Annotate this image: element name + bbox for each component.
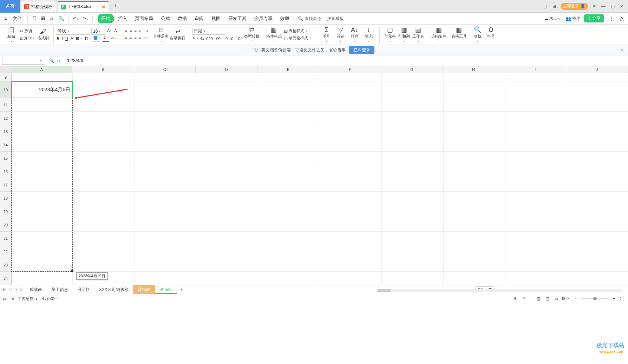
view-page-icon[interactable]: ▤ — [544, 296, 550, 301]
col-header-a[interactable]: A — [11, 66, 72, 73]
row-header[interactable]: 17 — [0, 178, 11, 192]
sheet-tab[interactable]: 田字格 — [73, 285, 94, 294]
grid-icon[interactable]: ⊞ — [551, 4, 557, 9]
search-cmd[interactable]: 🔍 — [298, 16, 326, 21]
font-size-select[interactable]: 16 — [91, 28, 105, 35]
number-format-select[interactable]: 日期 — [192, 28, 225, 35]
cut-button[interactable]: ✂剪切 — [19, 28, 35, 34]
cloud-login-button[interactable]: 立即登录 — [349, 46, 374, 54]
home-tab[interactable]: 首页 — [0, 0, 20, 13]
menu-icon[interactable]: ≡ — [591, 4, 597, 9]
row-header[interactable]: 20 — [0, 218, 11, 232]
template-tab[interactable]: D 找稻壳模板 — [21, 1, 56, 12]
bold-button[interactable]: B — [56, 35, 60, 42]
hscroll[interactable] — [377, 289, 623, 292]
rowcol-button[interactable]: ▥行和列 — [398, 27, 411, 43]
border-button[interactable]: ⊞ — [75, 35, 83, 42]
eye-icon[interactable]: 👁 — [512, 296, 518, 301]
sheet-tab-active[interactable]: Sheet5 — [155, 286, 177, 294]
mid-icon[interactable]: · — [530, 296, 533, 301]
select-all-corner[interactable] — [0, 66, 11, 73]
sheet-nav-last-icon[interactable]: >I — [18, 287, 25, 292]
view-reading-icon[interactable]: ▭ — [553, 296, 559, 301]
font-name-select[interactable]: 等线 — [56, 28, 90, 35]
tab-layout[interactable]: 页面布局 — [131, 14, 157, 23]
row-header[interactable]: 16 — [0, 165, 11, 178]
justify-icon[interactable]: ≡ — [138, 35, 142, 41]
banner-close-icon[interactable]: ✕ — [620, 47, 624, 53]
type-convert-button[interactable]: ⇄类型转换 — [244, 27, 260, 43]
hscroll-thumb[interactable] — [377, 289, 391, 292]
cloud-status[interactable]: ☁未上云 — [543, 15, 562, 22]
col-header-e[interactable]: E — [257, 66, 319, 73]
document-tab[interactable]: S 工作簿3.xlsx ⚬ — [58, 1, 109, 12]
indent-dec-icon[interactable]: ⇤ — [138, 28, 143, 34]
tab-review[interactable]: 审阅 — [191, 14, 207, 23]
sheet-tab[interactable]: XXX公司销售额 — [94, 285, 133, 294]
format-painter-button[interactable]: 🖌格式刷 — [37, 28, 49, 41]
fill-button[interactable]: ↓填充 — [362, 27, 375, 43]
share-button[interactable]: ⇧ 分享 — [584, 14, 604, 22]
file-menu[interactable]: 文件 — [10, 15, 25, 22]
fullscreen-icon[interactable]: ⛶ — [619, 296, 625, 301]
currency-icon[interactable]: ¥ — [192, 35, 198, 42]
row-header[interactable]: 11 — [0, 98, 11, 112]
filter-button[interactable]: ▽筛选 — [334, 27, 347, 43]
col-header-j[interactable]: J — [566, 66, 628, 73]
row-header[interactable]: 24 — [0, 272, 11, 285]
tab-pin-icon[interactable]: ⚬ — [96, 5, 99, 9]
collapse-ribbon-icon[interactable]: ⋀ — [619, 16, 625, 21]
view-normal-icon[interactable]: ▦ — [536, 296, 542, 301]
tab-efficiency[interactable]: 效率 — [277, 14, 293, 23]
row-header[interactable]: 9 — [0, 73, 11, 81]
row-header[interactable]: 15 — [0, 152, 11, 165]
inc-font-icon[interactable]: A⁺ — [106, 28, 112, 34]
sort-button[interactable]: A↓排序 — [348, 27, 361, 43]
search-cmd-input[interactable] — [305, 16, 326, 21]
row-header[interactable]: 10 — [0, 81, 11, 98]
col-header-b[interactable]: B — [72, 66, 134, 73]
align-top-icon[interactable]: ≡ — [124, 28, 128, 34]
cancel-fx-icon[interactable]: 🔍 — [49, 58, 54, 63]
save-icon[interactable]: 🖫 — [31, 16, 38, 21]
zoom-out-icon[interactable]: − — [573, 296, 578, 301]
align-right-icon[interactable]: ≡ — [134, 35, 137, 41]
new-tab-button[interactable]: + — [111, 2, 120, 10]
cells-area[interactable]: 2023年4月6日 2023年4月19日 — [12, 73, 628, 285]
row-header[interactable]: 18 — [0, 192, 11, 205]
cell-button[interactable]: ▢单元格 — [384, 27, 397, 43]
freeze-button[interactable]: ▦冻结窗格 — [431, 27, 447, 43]
coop-button[interactable]: 👥协作 — [565, 15, 581, 22]
percent-icon[interactable]: % — [200, 35, 205, 42]
search-tpl[interactable] — [327, 16, 348, 21]
row-header[interactable]: 23 — [0, 258, 11, 272]
tab-insert[interactable]: 插入 — [115, 14, 131, 23]
name-box[interactable] — [2, 57, 44, 65]
strike-button[interactable]: A̶ — [70, 35, 74, 42]
col-header-h[interactable]: H — [443, 66, 505, 73]
maximize-icon[interactable]: ▢ — [610, 4, 615, 9]
fill-handle[interactable] — [71, 270, 73, 272]
tab-formula[interactable]: 公式 — [157, 14, 174, 23]
wrap-button[interactable]: ↩自动换行 — [170, 28, 185, 41]
row-header[interactable]: 12 — [0, 112, 11, 125]
search-tpl-input[interactable] — [327, 16, 348, 21]
tab-start[interactable]: 开始 — [98, 14, 114, 23]
undo-icon[interactable]: ↶ — [71, 16, 80, 21]
redo-icon[interactable]: ↷ — [81, 16, 90, 21]
font-color-button[interactable]: A — [103, 35, 109, 42]
tab-dev[interactable]: 开发工具 — [225, 14, 250, 23]
sheet-nav-prev-icon[interactable]: < — [8, 287, 13, 292]
cond-format-button[interactable]: ▦条件格式 — [266, 27, 282, 43]
align-left-icon[interactable]: ≡ — [124, 35, 128, 41]
align-bot-icon[interactable]: ≡ — [134, 28, 137, 34]
cell-effect-button[interactable]: ◧ — [84, 35, 91, 42]
cell-style-button[interactable]: ▢单元格样式 — [283, 35, 312, 41]
fill-color-button[interactable]: 🪣 — [92, 35, 102, 42]
merge-button[interactable]: ⊟合并居中 — [153, 27, 169, 43]
close-icon[interactable]: ✕ — [619, 4, 624, 9]
sheet-tab[interactable]: 课程表 — [133, 285, 155, 294]
zoom-slider[interactable] — [581, 298, 609, 299]
print-preview-icon[interactable]: 🔍 — [57, 16, 65, 21]
table-tools-button[interactable]: ▦表格工具 — [451, 27, 467, 43]
